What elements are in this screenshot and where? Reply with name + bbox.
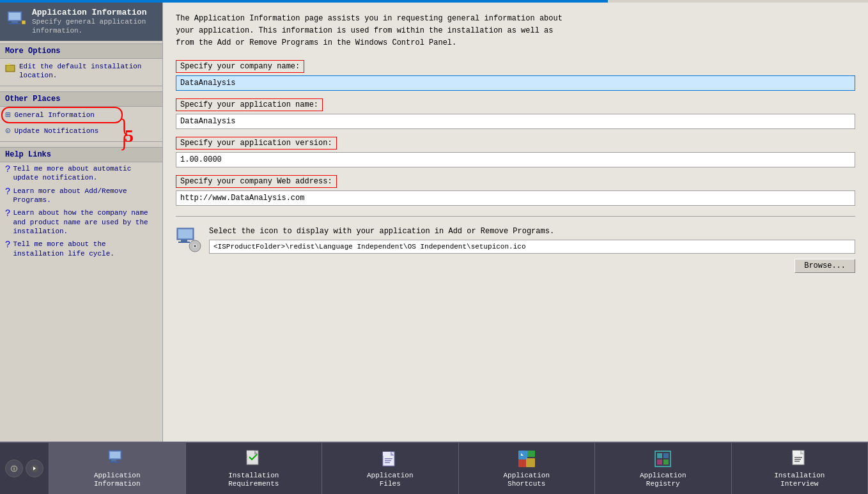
help-label-2: Learn more about Add/Remove Programs.: [13, 187, 157, 205]
sidebar-item-update-notifications[interactable]: ⊙ Update Notifications: [0, 123, 162, 139]
taskbar-label-install-req: InstallationRequirements: [228, 472, 279, 488]
svg-rect-6: [6, 65, 15, 72]
svg-rect-29: [526, 458, 535, 467]
svg-rect-33: [663, 453, 669, 458]
svg-rect-24: [383, 452, 391, 456]
svg-rect-40: [794, 461, 800, 462]
divider-2: [0, 141, 162, 142]
taskbar-item-app-files[interactable]: ApplicationFiles: [322, 443, 459, 494]
divider-1: [0, 86, 162, 86]
icon-description: Select the icon to display with your app…: [209, 227, 855, 236]
help-icon-4: ?: [5, 239, 10, 251]
taskbar: ⓘ ApplicationInformation: [0, 442, 868, 494]
more-options-title: More Options: [0, 43, 162, 59]
sidebar-title: Application Information: [32, 8, 156, 17]
app-name-label: Specify your application name:: [176, 98, 323, 111]
horizontal-rule: [176, 216, 855, 217]
taskbar-item-app-shortcuts[interactable]: ApplicationShortcuts: [459, 443, 596, 494]
svg-rect-20: [109, 461, 120, 463]
sidebar-subtitle: Specify general application information.: [32, 17, 156, 36]
web-address-input[interactable]: [176, 190, 855, 206]
taskbar-label-install-interview: InstallationInterview: [774, 472, 825, 488]
app-version-input[interactable]: [176, 152, 855, 167]
svg-rect-1: [9, 13, 20, 20]
taskbar-item-install-req[interactable]: InstallationRequirements: [186, 443, 323, 494]
svg-rect-34: [657, 459, 662, 465]
help-item-2[interactable]: ? Learn more about Add/Remove Programs.: [0, 185, 162, 207]
grid-icon: ⊞: [5, 109, 10, 120]
app-version-label: Specify your application version:: [176, 137, 337, 150]
svg-rect-2: [12, 21, 18, 23]
field-group-app-name: Specify your application name: 2: [176, 98, 855, 129]
taskbar-label-app-info: ApplicationInformation: [94, 472, 141, 488]
svg-rect-3: [9, 23, 20, 24]
main-area: Application Information Specify general …: [0, 3, 868, 442]
svg-rect-8: [178, 229, 192, 238]
icon-text-area: Select the icon to display with your app…: [209, 227, 855, 273]
company-name-input[interactable]: [176, 75, 855, 91]
app-name-input[interactable]: [176, 114, 855, 129]
icon-section: Select the icon to display with your app…: [176, 227, 855, 273]
browse-button[interactable]: Browse...: [794, 259, 855, 273]
svg-rect-27: [385, 462, 390, 463]
svg-rect-39: [794, 459, 801, 460]
svg-rect-37: [793, 451, 800, 454]
web-address-label: Specify your company Web address:: [176, 175, 337, 188]
taskbar-label-app-files: ApplicationFiles: [367, 472, 414, 488]
taskbar-icon-app-registry: [653, 449, 673, 469]
help-icon-3: ?: [5, 208, 10, 219]
taskbar-icon-app-files: [380, 449, 400, 469]
svg-rect-19: [111, 459, 116, 461]
taskbar-left: ⓘ: [0, 443, 49, 494]
number-5: 5: [125, 126, 134, 146]
svg-rect-22: [247, 451, 254, 454]
sidebar-header-text: Application Information Specify general …: [32, 8, 156, 36]
sidebar: Application Information Specify general …: [0, 3, 163, 442]
app-icon-preview: [176, 227, 201, 252]
taskbar-label-app-registry: ApplicationRegistry: [640, 472, 686, 488]
field-group-company-name: Specify your company name: 1: [176, 60, 855, 91]
help-label-3: Learn about how the company name and pro…: [13, 208, 157, 236]
sidebar-item-default-location[interactable]: Edit the default installation location.: [0, 59, 162, 84]
svg-rect-26: [385, 460, 391, 461]
taskbar-item-app-registry[interactable]: ApplicationRegistry: [595, 443, 732, 494]
icon-path-input[interactable]: [209, 240, 855, 254]
help-item-3[interactable]: ? Learn about how the company name and p…: [0, 206, 162, 238]
company-name-label: Specify your company name:: [176, 60, 304, 73]
taskbar-items: ApplicationInformation InstallationRequi…: [49, 443, 868, 494]
browse-btn-row: Browse...: [209, 259, 855, 273]
taskbar-icon-app-info: [107, 449, 127, 469]
help-item-4[interactable]: ? Tell me more about the installation li…: [0, 238, 162, 260]
folder-icon: [5, 63, 15, 73]
help-item-1[interactable]: ? Tell me more about automatic update no…: [0, 162, 162, 185]
help-icon-2: ?: [5, 186, 10, 197]
taskbar-back-btn[interactable]: ⓘ: [5, 459, 23, 477]
svg-rect-32: [657, 453, 662, 458]
description-text: The Application Information page assists…: [176, 13, 855, 50]
taskbar-icon-app-shortcuts: [516, 449, 537, 469]
svg-rect-38: [794, 457, 802, 458]
svg-point-13: [194, 245, 196, 247]
field-group-app-version: Specify your application version: 3: [176, 137, 855, 167]
svg-rect-30: [518, 459, 526, 467]
svg-rect-10: [178, 242, 190, 243]
svg-rect-25: [385, 458, 392, 459]
sidebar-item-label-location: Edit the default installation location.: [19, 62, 157, 81]
taskbar-item-app-info[interactable]: ApplicationInformation: [49, 443, 186, 494]
general-info-label: General Information: [14, 111, 94, 119]
help-label-4: Tell me more about the installation life…: [13, 240, 157, 258]
app-info-icon: [6, 9, 27, 29]
update-icon: ⊙: [5, 125, 10, 136]
taskbar-item-install-interview[interactable]: InstallationInterview: [732, 443, 869, 494]
sidebar-header: Application Information Specify general …: [0, 3, 162, 41]
sidebar-item-general-info[interactable]: ⊞ General Information: [0, 107, 162, 123]
taskbar-icon-install-interview: [789, 449, 810, 469]
svg-text:ⓘ: ⓘ: [11, 465, 17, 473]
taskbar-nav-btn[interactable]: [26, 459, 43, 477]
help-links-title: Help Links: [0, 147, 162, 162]
svg-rect-9: [181, 240, 187, 242]
other-places-title: Other Places: [0, 91, 162, 107]
content-panel: The Application Information page assists…: [163, 3, 868, 442]
taskbar-icon-install-req: [244, 449, 264, 469]
svg-rect-5: [22, 21, 25, 24]
